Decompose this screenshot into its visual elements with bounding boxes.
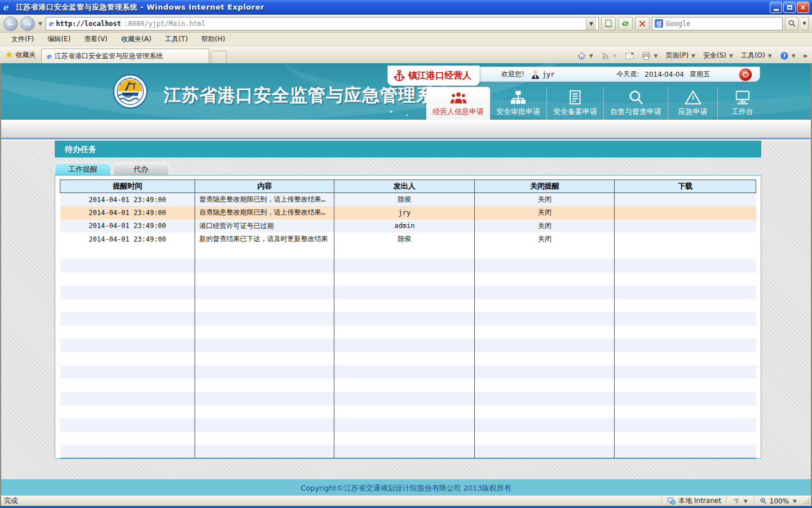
nav-item[interactable]: 工作台 [717,87,767,120]
main-navigation: 经营人信息申请 [426,87,767,120]
divider-line [1,138,811,139]
command-overflow-button[interactable]: » [801,51,810,60]
nav-item[interactable]: 安全备案申请 [546,87,603,120]
search-box[interactable]: g [652,17,783,30]
site-footer: Copyright©江苏省交通规划设计院股份有限公司 2013版权所有 [1,479,811,496]
minimize-button[interactable] [770,2,782,13]
current-weekday: 星期五 [690,69,710,79]
port-logo [113,74,148,111]
table-row[interactable]: 2014-04-01 23:49:00 新的督查结果已下达，请及时更新整改结果 … [60,233,756,246]
zoom-control[interactable]: 100% ▼ [754,496,803,506]
resize-grip[interactable] [803,496,811,506]
cell-sender: 陈俊 [334,233,475,246]
favorites-star-icon: ★ [6,50,13,60]
search-input[interactable] [666,20,780,28]
user-avatar-icon [531,69,540,79]
close-reminder-link[interactable]: 关闭 [538,208,551,216]
table-row[interactable]: 2014-04-01 23:49:00 督查隐患整改期限已到，请上传整改结果… … [60,193,756,207]
protected-mode-icon [732,497,740,505]
empty-table-row [60,432,756,445]
safety-menu[interactable]: 安全(S)▼ [700,50,737,62]
column-header: 关闭提醒 [475,180,615,193]
menu-item[interactable]: 工具(T) [158,33,195,46]
help-menu[interactable]: ?▼ [777,50,800,62]
empty-table-row [60,405,756,419]
feeds-button[interactable]: ▼ [598,50,621,62]
protected-mode-button[interactable]: ▼ [726,496,754,506]
menu-item[interactable]: 帮助(H) [195,33,232,46]
nav-item[interactable]: 安全审批申请 [490,87,546,120]
tab-title: 江苏省港口安全监管与应急管理系统 [55,51,163,61]
empty-table-row [60,392,756,405]
menu-item[interactable]: 文件(F) [5,33,41,46]
stop-button[interactable] [635,17,650,30]
todo-tab[interactable]: 代办 [113,163,169,175]
home-button[interactable]: ▼ [574,50,597,62]
window-title: 江苏省港口安全监管与应急管理系统 - Windows Internet Expl… [16,2,770,12]
organization-name: 镇江港口经营人 [408,70,471,82]
restore-button[interactable] [783,2,796,13]
compatibility-view-button[interactable] [601,17,616,30]
current-date: 2014-04-04 [645,71,684,78]
logout-power-button[interactable] [739,68,752,81]
table-row[interactable]: 2014-04-01 23:49:00 自查隐患整改期限已到，请上传整改结果… … [60,206,756,220]
site-title: 江苏省港口安全监管与应急管理系统 [164,84,452,107]
close-button[interactable]: × [797,2,809,13]
close-reminder-link[interactable]: 关闭 [538,235,551,243]
empty-table-row [60,273,756,286]
menu-item[interactable]: 收藏夹(A) [114,33,158,46]
zoom-level: 100% [770,497,789,505]
tools-menu[interactable]: 工具(O)▼ [738,50,776,62]
ie-favicon: e [3,2,13,12]
address-dropdown[interactable]: ▼ [586,17,596,30]
back-button[interactable]: ← [3,16,18,31]
todo-panel: 提醒时间内容发出人关闭提醒下载 2014-04-01 23:49:00 督查隐患… [55,175,761,459]
cell-sender: jry [334,206,475,220]
people-icon [450,89,467,106]
cell-reminder-time: 2014-04-01 23:49:00 [60,193,195,207]
org-badge: 镇江港口经营人 [387,65,480,86]
table-row[interactable]: 2014-04-01 23:49:00 港口经营许可证号已过期 admin 关闭 [60,220,756,233]
history-dropdown[interactable]: ▼ [37,21,43,27]
nav-item[interactable]: 经营人信息申请 [426,87,490,120]
nav-item-label: 自查与督查申请 [610,107,661,117]
empty-table-row [60,365,756,379]
nav-item[interactable]: 自查与督查申请 [603,87,668,120]
cell-download [615,193,756,207]
section-title: 待办任务 [55,141,761,157]
print-button[interactable]: ▼ [638,50,662,62]
intranet-icon [667,497,676,505]
browser-tab[interactable]: e 江苏省港口安全监管与应急管理系统 [41,49,209,63]
empty-table-row [60,352,756,366]
user-bar: 镇江港口经营人 欢迎您! jyr 今天是: 2014-04-04 星期五 [388,67,760,82]
empty-table-row [60,379,756,392]
search-options-dropdown[interactable]: ▼ [801,17,809,30]
close-reminder-link[interactable]: 关闭 [538,222,551,230]
dotted-arc-decoration [317,107,413,120]
title-bar: e 江苏省港口安全监管与应急管理系统 - Windows Internet Ex… [0,0,812,15]
status-bar: 完成 本地 Intranet ▼ 100% ▼ [0,496,812,506]
empty-table-row [60,326,756,339]
todo-tab[interactable]: 工作提醒 [55,163,111,175]
favorites-button[interactable]: ★ 收藏夹 [2,47,41,63]
read-mail-button[interactable] [622,51,637,61]
ie-favicon: e [46,52,51,60]
column-header: 内容 [195,180,334,193]
sub-header-strip [1,120,811,138]
refresh-button[interactable] [618,17,633,30]
site-header: 江苏省港口安全监管与应急管理系统 镇江港口经营人 欢迎您! [1,63,811,120]
forward-button[interactable]: → [20,16,35,31]
menu-item[interactable]: 编辑(E) [41,33,77,46]
new-tab-button[interactable] [211,51,227,63]
content-area: 待办任务 工作提醒代办 提醒时间内容发出人关闭提醒下载 [1,141,811,479]
cell-sender: 陈俊 [334,193,475,207]
menu-item[interactable]: 查看(V) [77,33,114,46]
nav-item[interactable]: 应急申请 [668,87,717,120]
address-field[interactable]: e http://localhost :8080/yjpt/Main.html … [46,17,599,30]
page-menu[interactable]: 页面(P)▼ [663,50,700,62]
close-reminder-link[interactable]: 关闭 [538,195,551,203]
nav-item-label: 安全审批申请 [496,107,540,117]
search-button[interactable] [785,17,798,30]
command-bar: ▼ ▼ ▼ 页面(P)▼ 安全(S)▼ 工具(O)▼ ?▼ » [574,50,810,63]
document-icon [568,89,582,106]
